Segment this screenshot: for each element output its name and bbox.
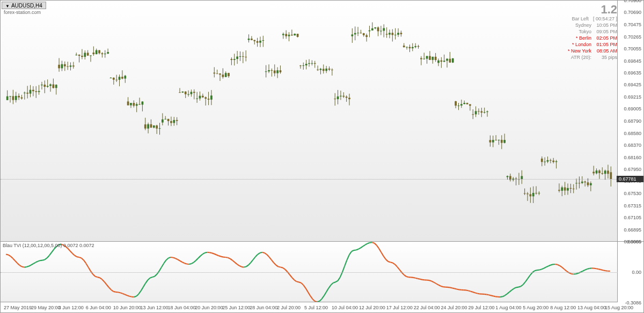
indicator-y-axis: 0.30660.00-0.3086 bbox=[617, 242, 643, 303]
indicator-panel[interactable]: Blau TVI (12,00,12,00,5,00) 0.0072 0.007… bbox=[1, 242, 618, 303]
x-tick: 6 Jun 04:00 bbox=[86, 305, 111, 310]
y-tick: 0.69215 bbox=[624, 94, 641, 100]
timezone-row: * Berlin02:05 PM bbox=[565, 35, 617, 41]
tz-time: 09:05 PM bbox=[596, 28, 617, 35]
y-tick: 0.70475 bbox=[624, 22, 641, 27]
x-tick: 18 Jun 04:00 bbox=[167, 305, 195, 310]
indicator-y-tick: 0.00 bbox=[632, 270, 641, 275]
y-tick: 0.67105 bbox=[624, 215, 641, 220]
tz-city: Sydney bbox=[567, 22, 591, 28]
x-tick: 24 Jul 20:00 bbox=[441, 305, 467, 310]
atr-value: 35 pips bbox=[596, 54, 617, 61]
tz-time: 02:05 PM bbox=[596, 35, 617, 41]
current-price-line bbox=[1, 179, 618, 180]
tz-city: Tokyo bbox=[567, 28, 591, 35]
y-tick: 0.67950 bbox=[624, 167, 641, 172]
chart-title-bar[interactable]: ▼AUDUSD,H4 bbox=[2, 2, 46, 9]
x-tick: 1 Aug 04:00 bbox=[495, 305, 521, 310]
y-tick: 0.68580 bbox=[624, 131, 641, 136]
tz-city: * Berlin bbox=[567, 35, 591, 41]
tz-city: * New York bbox=[567, 48, 591, 54]
info-panel: 1.2 Bar Left[ 00:54:27 ] Sydney10:05 PMT… bbox=[565, 4, 617, 61]
time-x-axis: 27 May 201929 May 20:003 Jun 12:006 Jun … bbox=[1, 302, 618, 312]
version-label: 1.2 bbox=[565, 4, 617, 16]
y-tick: 0.69845 bbox=[624, 58, 641, 64]
symbol-title: AUDUSD,H4 bbox=[11, 3, 42, 9]
x-tick: 29 Jul 12:00 bbox=[468, 305, 494, 310]
x-tick: 10 Jun 20:00 bbox=[113, 305, 141, 310]
x-tick: 28 Jun 04:00 bbox=[250, 305, 277, 310]
x-tick: 2 Jul 20:00 bbox=[277, 305, 301, 310]
x-tick: 12 Jul 20:00 bbox=[359, 305, 385, 310]
bar-left-value: [ 00:54:27 ] bbox=[593, 16, 617, 22]
y-tick: 0.69635 bbox=[624, 70, 641, 76]
watermark-subtitle: forex-station.com bbox=[4, 10, 41, 15]
price-canvas[interactable] bbox=[1, 1, 618, 242]
y-tick: 0.68790 bbox=[624, 118, 641, 124]
indicator-y-tick: 0.3066 bbox=[626, 239, 641, 244]
y-tick: 0.68370 bbox=[624, 143, 641, 148]
y-tick: 0.68160 bbox=[624, 155, 641, 160]
x-tick: 25 Jun 12:00 bbox=[222, 305, 250, 310]
x-tick: 17 Jul 12:00 bbox=[386, 305, 413, 310]
y-tick: 0.69425 bbox=[624, 82, 641, 87]
x-tick: 22 Jul 04:00 bbox=[414, 305, 440, 310]
timezone-row: * London01:05 PM bbox=[565, 41, 617, 48]
tz-time: 01:05 PM bbox=[596, 41, 617, 48]
x-tick: 20 Jun 20:00 bbox=[195, 305, 223, 310]
chart-window: ▼AUDUSD,H4 forex-station.com 1.2 Bar Lef… bbox=[0, 0, 644, 313]
x-tick: 13 Jun 12:00 bbox=[141, 305, 169, 310]
price-y-axis: 0.709000.706900.704750.702650.700550.698… bbox=[617, 1, 643, 242]
x-tick: 29 May 20:00 bbox=[31, 305, 61, 310]
y-tick: 0.67315 bbox=[624, 203, 641, 208]
tz-city: * London bbox=[567, 41, 591, 48]
current-price-marker: 0.67781 bbox=[617, 176, 643, 182]
x-tick: 27 May 2019 bbox=[4, 305, 32, 310]
y-tick: 0.70690 bbox=[624, 10, 641, 15]
price-chart-panel[interactable]: ▼AUDUSD,H4 forex-station.com 1.2 Bar Lef… bbox=[1, 1, 618, 242]
bar-left-label: Bar Left bbox=[565, 16, 589, 22]
x-tick: 15 Aug 20:00 bbox=[605, 305, 633, 310]
dropdown-arrow-icon: ▼ bbox=[5, 4, 10, 9]
y-tick: 0.70900 bbox=[624, 0, 641, 3]
y-tick: 0.66895 bbox=[624, 227, 641, 233]
timezone-row: Sydney10:05 PM bbox=[565, 22, 617, 28]
timezone-row: Tokyo09:05 PM bbox=[565, 28, 617, 35]
indicator-zero-line bbox=[1, 272, 618, 273]
y-tick: 0.67530 bbox=[624, 191, 641, 196]
indicator-title: Blau TVI (12,00,12,00,5,00) 0.0072 0.007… bbox=[3, 243, 94, 248]
x-tick: 5 Aug 20:00 bbox=[523, 305, 548, 310]
y-tick: 0.70265 bbox=[624, 34, 641, 40]
tz-time: 10:05 PM bbox=[596, 22, 617, 28]
x-tick: 8 Aug 12:00 bbox=[550, 305, 576, 310]
x-tick: 5 Jul 12:00 bbox=[304, 305, 328, 310]
tz-time: 08:05 AM bbox=[596, 48, 617, 54]
x-tick: 10 Jul 04:00 bbox=[332, 305, 358, 310]
x-tick: 3 Jun 12:00 bbox=[58, 305, 84, 310]
timezone-row: * New York08:05 AM bbox=[565, 48, 617, 54]
atr-label: ATR (20): bbox=[567, 54, 591, 61]
y-tick: 0.69005 bbox=[624, 106, 641, 111]
y-tick: 0.70055 bbox=[624, 46, 641, 51]
x-tick: 13 Aug 04:00 bbox=[577, 305, 606, 310]
